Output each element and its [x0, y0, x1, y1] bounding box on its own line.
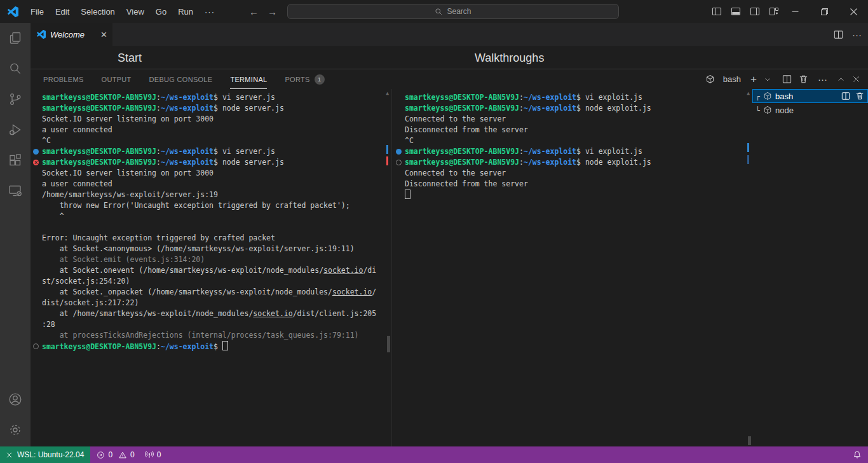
- terminal-profile-icon: [705, 74, 715, 84]
- split-terminal-icon[interactable]: [782, 74, 792, 84]
- terminal-line: ^: [42, 211, 391, 222]
- split-terminal-icon[interactable]: [841, 92, 850, 100]
- titlebar: FileEditSelectionViewGoRun··· ← → Search: [0, 0, 868, 23]
- terminal-list: ┌bash└node: [752, 89, 868, 446]
- menu-go[interactable]: Go: [150, 7, 172, 17]
- command-pending-decoration[interactable]: [33, 343, 39, 349]
- close-panel-icon[interactable]: [852, 75, 860, 83]
- layout-panel-icon[interactable]: [731, 6, 741, 17]
- search-view-icon[interactable]: [0, 53, 31, 84]
- menu-run[interactable]: Run: [172, 7, 199, 17]
- extensions-icon[interactable]: [0, 145, 31, 176]
- kill-terminal-icon[interactable]: [799, 74, 808, 84]
- terminal-line: Disconnected from the server: [405, 125, 752, 135]
- terminal-line: [42, 222, 391, 233]
- remote-explorer-icon[interactable]: [0, 176, 31, 206]
- menu-view[interactable]: View: [121, 7, 150, 17]
- vscode-window: FileEditSelectionViewGoRun··· ← → Search: [0, 0, 868, 463]
- terminal-list-item-bash[interactable]: ┌bash: [752, 89, 868, 103]
- remote-icon: [5, 451, 13, 459]
- menu-edit[interactable]: Edit: [50, 7, 75, 17]
- panel-header: PROBLEMSOUTPUTDEBUG CONSOLETERMINALPORTS…: [31, 69, 868, 89]
- restore-icon[interactable]: [810, 0, 839, 23]
- new-terminal-icon[interactable]: +: [750, 74, 757, 84]
- search-icon: [435, 8, 443, 16]
- kill-terminal-icon[interactable]: [855, 92, 864, 100]
- scrollbar-command-mark: [386, 145, 388, 154]
- scrollbar-thumb[interactable]: [387, 336, 390, 352]
- explorer-icon[interactable]: [0, 23, 31, 53]
- remote-label: WSL: Ubuntu-22.04: [17, 450, 84, 459]
- vscode-file-icon: [37, 30, 46, 39]
- remote-indicator[interactable]: WSL: Ubuntu-22.04: [0, 446, 90, 463]
- close-icon[interactable]: [839, 0, 868, 23]
- layout-customize-icon[interactable]: [769, 6, 779, 17]
- bottom-panel: PROBLEMSOUTPUTDEBUG CONSOLETERMINALPORTS…: [31, 69, 868, 446]
- panel-tab-label: TERMINAL: [230, 76, 267, 83]
- terminal-line: dist/socket.js:217:22): [42, 298, 391, 308]
- terminal-line: at Socket._onpacket (/home/smartkeyss/ws…: [42, 287, 391, 298]
- ports-badge: 1: [315, 74, 325, 85]
- panel-tab-label: DEBUG CONSOLE: [149, 76, 213, 83]
- error-count: 0: [108, 450, 112, 459]
- scrollbar-thumb[interactable]: [748, 436, 751, 445]
- account-icon[interactable]: [0, 384, 31, 415]
- dropdown-icon[interactable]: [764, 76, 771, 83]
- activity-bar-bottom: [0, 384, 31, 445]
- terminal-cursor: [222, 341, 228, 350]
- terminal-line: at /home/smartkeyss/ws-exploit/node_modu…: [42, 308, 391, 319]
- split-editor-icon[interactable]: [834, 30, 843, 39]
- panel-more-icon[interactable]: ···: [818, 74, 827, 84]
- terminal-pane-node[interactable]: ▲ smartkeyss@DESKTOP-ABN5V9J:~/ws-exploi…: [391, 89, 752, 446]
- terminal-line: smartkeyss@DESKTOP-ABN5V9J:~/ws-exploit$…: [405, 92, 752, 103]
- layout-secondary-sidebar-icon[interactable]: [750, 6, 760, 17]
- error-icon: [97, 451, 105, 459]
- command-pending-decoration[interactable]: [396, 160, 402, 165]
- command-success-decoration[interactable]: [33, 149, 39, 155]
- more-icon[interactable]: ···: [852, 30, 862, 39]
- tab-label: Welcome: [50, 30, 94, 39]
- problems-status[interactable]: 0 0: [97, 450, 134, 459]
- tab-close-icon[interactable]: ✕: [100, 30, 107, 39]
- settings-icon[interactable]: [0, 415, 31, 445]
- terminal-line: st/socket.js:254:20): [42, 276, 391, 287]
- terminal-line: a user connected: [42, 125, 391, 135]
- panel-tab-output[interactable]: OUTPUT: [102, 69, 132, 89]
- panel-tab-terminal[interactable]: TERMINAL: [230, 69, 267, 89]
- tab-welcome[interactable]: Welcome ✕: [31, 23, 113, 46]
- ports-status[interactable]: 0: [145, 450, 161, 459]
- command-success-decoration[interactable]: [396, 149, 402, 155]
- terminal-line: /home/smartkeyss/ws-exploit/server.js:19: [42, 190, 391, 200]
- terminal-profile-icon: [763, 92, 772, 100]
- terminal-line: smartkeyss@DESKTOP-ABN5V9J:~/ws-exploit$…: [42, 92, 391, 103]
- layout-sidebar-icon[interactable]: [712, 6, 722, 17]
- search-box[interactable]: Search: [287, 4, 619, 19]
- bell-icon: [853, 450, 862, 459]
- notifications-bell[interactable]: [853, 446, 862, 463]
- split-group-indicator: └: [756, 106, 763, 114]
- command-error-decoration[interactable]: [33, 160, 39, 165]
- menu-[interactable]: ···: [199, 7, 220, 17]
- panel-tab-problems[interactable]: PROBLEMS: [43, 69, 84, 89]
- terminal-line: ^C: [42, 135, 391, 146]
- terminal-line: smartkeyss@DESKTOP-ABN5V9J:~/ws-exploit$…: [42, 146, 391, 157]
- welcome-editor: Start Walkthroughs: [31, 46, 868, 69]
- minimize-icon[interactable]: [780, 0, 810, 23]
- history-nav: ← →: [249, 0, 277, 23]
- welcome-start-heading: Start: [118, 52, 142, 65]
- scrollbar-error-mark: [386, 156, 388, 165]
- terminal-pane-bash[interactable]: ▲ smartkeyss@DESKTOP-ABN5V9J:~/ws-exploi…: [31, 89, 391, 446]
- terminal-line: Socket.IO server listening on port 3000: [42, 168, 391, 179]
- panel-tab-debug-console[interactable]: DEBUG CONSOLE: [149, 69, 213, 89]
- menu-selection[interactable]: Selection: [75, 7, 120, 17]
- maximize-panel-icon[interactable]: [837, 75, 845, 83]
- window-controls: [780, 0, 868, 23]
- back-icon[interactable]: ←: [249, 6, 259, 17]
- scm-icon[interactable]: [0, 84, 31, 114]
- forward-icon[interactable]: →: [268, 6, 277, 17]
- debug-icon[interactable]: [0, 114, 31, 145]
- terminal-line: [405, 190, 752, 200]
- menu-file[interactable]: File: [25, 7, 50, 17]
- panel-tab-ports[interactable]: PORTS1: [285, 69, 324, 89]
- terminal-list-item-node[interactable]: └node: [752, 103, 868, 117]
